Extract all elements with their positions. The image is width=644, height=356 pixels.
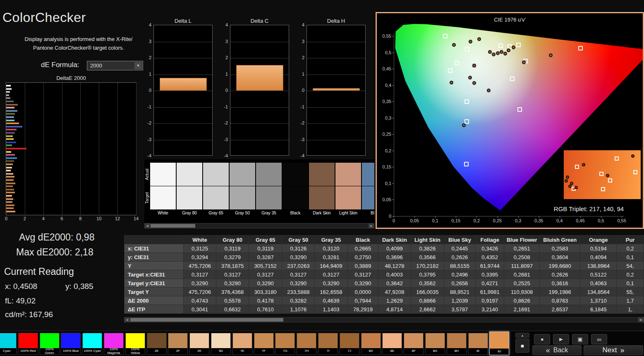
- swatch-label: Light Skin: [335, 211, 361, 215]
- patch-button-8h[interactable]: 8H: [447, 333, 467, 355]
- gridline: [154, 123, 212, 124]
- table-cell: 0,3041: [183, 305, 216, 314]
- column-header: Gray 35: [315, 236, 347, 244]
- patch-button-2e[interactable]: 2E: [147, 333, 167, 355]
- display-button[interactable]: ■: [515, 339, 529, 353]
- patch-button-8d[interactable]: 8D: [361, 333, 381, 355]
- deltae-bar: [6, 144, 12, 146]
- patch-label: 8E: [383, 348, 402, 354]
- results-table: WhiteGray 80Gray 65Gray 50Gray 35BlackDa…: [124, 235, 644, 314]
- axis-tick-label: 2: [24, 216, 26, 221]
- table-cell: 0,3290: [216, 279, 249, 288]
- patch-button-100-green[interactable]: 100% Green: [40, 333, 60, 355]
- patch-label: 100% Green: [40, 348, 59, 354]
- axis-tick-label: -3: [217, 137, 228, 142]
- swatch-label: Dark Skin: [309, 211, 335, 215]
- de-formula-select[interactable]: 2000 ▼: [87, 61, 143, 70]
- table-scrollbar[interactable]: ◄ ►: [124, 317, 644, 322]
- tick-mark: [560, 216, 560, 218]
- patch-button-2f[interactable]: 2F: [168, 333, 188, 355]
- deltae-bar: [6, 151, 11, 153]
- next-button[interactable]: Next »: [584, 345, 643, 355]
- table-cell: 237,0263: [282, 262, 315, 270]
- scroll-right-icon[interactable]: ►: [638, 318, 644, 322]
- axis-tick-label: -1: [217, 104, 228, 109]
- table-cell: 0,3562: [411, 279, 444, 288]
- patch-button-5d[interactable]: 5D: [211, 333, 231, 355]
- target-marker: [465, 47, 469, 52]
- patch-button-100-magenta[interactable]: 100% Magenta: [104, 333, 124, 355]
- axis-tick-label: 0,5: [381, 50, 391, 55]
- axis-tick-label: -3: [294, 137, 304, 142]
- swatch-actual: [203, 163, 229, 186]
- deltae-bar: [6, 183, 15, 184]
- target-marker: [578, 46, 583, 51]
- patch-button-100-blue[interactable]: 100% Blue: [61, 333, 81, 355]
- scroll-up-button[interactable]: ▲: [515, 333, 529, 338]
- gridline: [230, 140, 289, 140]
- patch-button-8e[interactable]: 8E: [382, 333, 402, 355]
- table-cell: 0,3120: [315, 244, 347, 253]
- swatch-scrollbar[interactable]: ◄ ►: [144, 223, 374, 229]
- table-cell: 0,3696: [378, 253, 411, 262]
- gridline: [43, 83, 44, 215]
- patch-button-8j[interactable]: 8J: [489, 332, 509, 355]
- patch-button-7f[interactable]: 7F: [254, 333, 274, 355]
- tick-mark: [392, 183, 394, 184]
- patch-button-7i[interactable]: 7I: [318, 333, 338, 355]
- table-cell: 0,3127: [347, 270, 378, 279]
- patch-button-100-yellow[interactable]: 100% Yellow: [125, 333, 145, 355]
- table-cell: 3,2140: [475, 305, 504, 314]
- stop-button[interactable]: ■: [534, 334, 550, 344]
- play-button[interactable]: ▶: [553, 334, 569, 344]
- patch-button-100-red[interactable]: 100% Red: [18, 333, 38, 355]
- scroll-right-icon[interactable]: ►: [369, 224, 374, 228]
- table-cell: 0,1: [617, 253, 644, 262]
- table-cell: 303,3180: [249, 288, 282, 296]
- swatch-target: [203, 186, 229, 209]
- table-scrollbar-thumb[interactable]: [130, 318, 283, 322]
- axis-tick-label: 0: [217, 88, 228, 93]
- patch-button-7j[interactable]: 7J: [340, 333, 359, 355]
- column-header: Pur: [617, 236, 644, 244]
- swatch-target: [309, 186, 335, 209]
- patch-button-8i[interactable]: 8I: [468, 333, 488, 355]
- patch-button-cyan[interactable]: Cyan: [0, 333, 17, 355]
- deltae-bar: [6, 129, 17, 130]
- axis-tick-label: -4: [217, 153, 228, 158]
- target-marker: [464, 119, 469, 124]
- deltae-bar: [6, 157, 17, 159]
- patch-button-8f[interactable]: 8F: [404, 333, 424, 355]
- swatch-actual: [282, 163, 308, 186]
- scroll-left-icon[interactable]: ◄: [124, 318, 130, 322]
- patch-label: 8G: [426, 348, 445, 354]
- table-row: Target x:CIE310,31270,31270,31270,31270,…: [124, 270, 644, 279]
- play-icon: ▶: [559, 337, 563, 342]
- table-cell: 0,3290: [347, 279, 378, 288]
- loop-button[interactable]: ∞: [591, 334, 607, 344]
- delta-bar: [313, 88, 360, 91]
- patch-button-8g[interactable]: 8G: [425, 333, 445, 355]
- swatch-target: [362, 186, 374, 209]
- table-cell: 0,3127: [282, 270, 315, 279]
- swatch-scrollbar-thumb[interactable]: [151, 224, 195, 228]
- target-marker: [464, 162, 469, 166]
- table-cell: 1,: [617, 305, 644, 314]
- measurement-marker: [507, 48, 510, 52]
- swatch-target: [177, 186, 202, 209]
- table-cell: 0,3281: [315, 253, 347, 262]
- patch-button-7e[interactable]: 7E: [232, 333, 252, 355]
- patch-button-2k[interactable]: 2K: [189, 333, 209, 355]
- back-button[interactable]: « Back: [532, 345, 582, 355]
- frame-button[interactable]: ▣: [572, 334, 588, 344]
- axis-tick-label: 1: [217, 72, 228, 77]
- scroll-left-icon[interactable]: ◄: [145, 224, 150, 228]
- patch-button-100-cyan[interactable]: 100% Cyan: [82, 333, 102, 355]
- axis-tick-label: 8: [79, 216, 81, 221]
- gridline: [154, 91, 212, 91]
- patch-button-7g[interactable]: 7G: [275, 333, 295, 355]
- table-cell: 0,2: [617, 270, 644, 279]
- tick-mark: [476, 216, 477, 218]
- rgb-triplet-label: RGB Triplet: 217, 140, 94: [540, 205, 637, 212]
- patch-button-7h[interactable]: 7H: [297, 333, 316, 355]
